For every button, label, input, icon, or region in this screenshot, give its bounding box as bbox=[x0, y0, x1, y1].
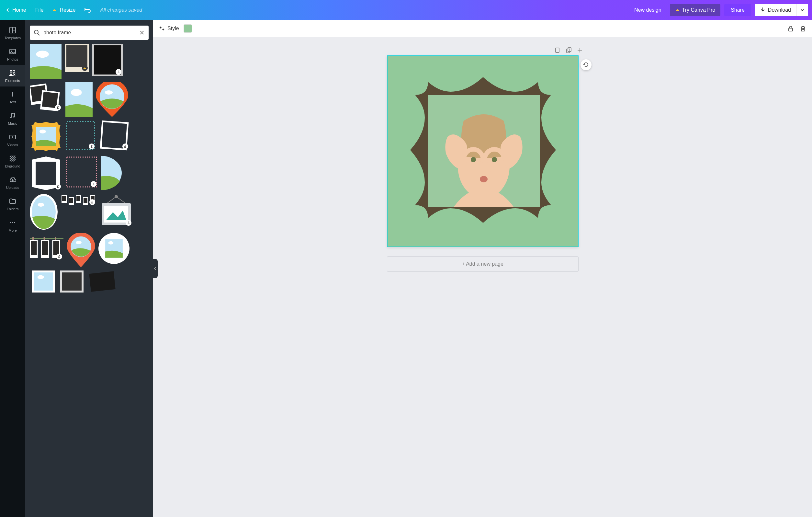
undo-icon bbox=[85, 7, 91, 12]
rail-more[interactable]: More bbox=[0, 215, 25, 236]
frame-tile[interactable] bbox=[101, 156, 122, 190]
uploads-icon bbox=[9, 176, 17, 184]
download-button[interactable]: Download bbox=[755, 4, 796, 16]
rail-folders[interactable]: Folders bbox=[0, 193, 25, 215]
folders-icon bbox=[9, 197, 17, 205]
file-menu[interactable]: File bbox=[35, 7, 44, 13]
svg-point-12 bbox=[14, 222, 15, 223]
download-group: Download bbox=[755, 4, 808, 16]
try-pro-button[interactable]: Try Canva Pro bbox=[670, 4, 721, 16]
elements-panel: ✕ £££££££££ bbox=[25, 20, 153, 517]
photos-icon bbox=[9, 48, 17, 55]
clear-search-button[interactable]: ✕ bbox=[139, 29, 145, 36]
frame-tile[interactable]: £ bbox=[65, 120, 96, 151]
try-pro-label: Try Canva Pro bbox=[682, 7, 716, 13]
frame-tile[interactable]: £ bbox=[92, 44, 123, 76]
share-button[interactable]: Share bbox=[724, 4, 751, 16]
style-button[interactable]: Style bbox=[159, 26, 179, 31]
refresh-icon bbox=[583, 62, 589, 68]
duplicate-page-icon[interactable] bbox=[566, 47, 572, 53]
download-dropdown[interactable] bbox=[796, 4, 808, 16]
home-label: Home bbox=[12, 7, 26, 13]
canvas-page[interactable] bbox=[387, 55, 579, 247]
resize-button[interactable]: Resize bbox=[53, 7, 76, 13]
frame-tile[interactable] bbox=[60, 271, 84, 293]
svg-rect-45 bbox=[84, 198, 87, 203]
frame-tile[interactable]: £ bbox=[30, 233, 63, 261]
search-input[interactable] bbox=[44, 30, 136, 36]
rail-uploads[interactable]: Uploads bbox=[0, 172, 25, 193]
pro-badge bbox=[82, 65, 88, 71]
rail-templates[interactable]: Templates bbox=[0, 22, 25, 44]
svg-point-10 bbox=[10, 222, 11, 223]
sparkle-icon bbox=[159, 26, 165, 31]
trash-icon[interactable] bbox=[800, 25, 806, 32]
elements-grid: £££££££££ bbox=[30, 44, 149, 293]
frame-tile[interactable]: £ bbox=[99, 120, 129, 151]
svg-rect-73 bbox=[89, 271, 115, 292]
rail-music[interactable]: Music bbox=[0, 108, 25, 129]
svg-rect-6 bbox=[13, 70, 15, 72]
add-page-button[interactable]: + Add a new page bbox=[387, 256, 579, 272]
copy-page-icon[interactable] bbox=[555, 47, 561, 53]
price-badge: £ bbox=[56, 254, 62, 260]
download-icon bbox=[760, 7, 765, 12]
frame-tile[interactable]: £ bbox=[65, 156, 98, 188]
rail-photos[interactable]: Photos bbox=[0, 44, 25, 65]
main-area: Templates Photos Elements Text Music Vid… bbox=[0, 20, 812, 517]
remix-button[interactable] bbox=[581, 59, 591, 70]
chevron-left-icon bbox=[6, 8, 10, 12]
context-toolbar: Style bbox=[153, 20, 812, 37]
frame-tile[interactable] bbox=[98, 233, 129, 264]
elements-grid-scroll[interactable]: £££££££££ bbox=[30, 44, 149, 511]
svg-point-86 bbox=[480, 176, 488, 182]
svg-rect-57 bbox=[44, 237, 45, 240]
frame-tile[interactable] bbox=[65, 44, 89, 72]
frame-tile[interactable] bbox=[96, 82, 128, 117]
page-tools bbox=[382, 47, 583, 53]
svg-point-84 bbox=[471, 157, 476, 162]
svg-point-26 bbox=[71, 89, 82, 96]
svg-rect-3 bbox=[10, 49, 16, 54]
canvas-viewport[interactable]: + Add a new page bbox=[153, 37, 812, 517]
svg-rect-18 bbox=[66, 45, 87, 67]
rail-videos[interactable]: Videos bbox=[0, 129, 25, 151]
frame-tile[interactable] bbox=[65, 82, 93, 117]
svg-rect-52 bbox=[104, 206, 128, 222]
rail-elements[interactable]: Elements bbox=[0, 65, 25, 86]
svg-line-14 bbox=[38, 34, 39, 35]
crown-icon bbox=[53, 8, 57, 12]
home-button[interactable]: Home bbox=[6, 7, 26, 13]
templates-icon bbox=[9, 26, 17, 34]
frame-tile[interactable] bbox=[67, 233, 95, 267]
rail-text[interactable]: Text bbox=[0, 86, 25, 108]
frame-tile[interactable]: £ bbox=[100, 194, 133, 227]
new-design-button[interactable]: New design bbox=[630, 4, 666, 16]
lock-icon[interactable] bbox=[787, 25, 794, 32]
videos-icon bbox=[9, 133, 17, 141]
music-icon bbox=[9, 112, 17, 119]
rail-background[interactable]: Bkground bbox=[0, 151, 25, 172]
frame-tile[interactable]: £ bbox=[30, 156, 62, 191]
color-swatch[interactable] bbox=[183, 24, 192, 33]
svg-rect-59 bbox=[42, 241, 48, 255]
frame-tile[interactable] bbox=[30, 194, 58, 230]
photo-in-frame[interactable] bbox=[428, 95, 540, 207]
undo-button[interactable] bbox=[85, 7, 91, 12]
svg-point-85 bbox=[492, 157, 497, 162]
svg-rect-54 bbox=[32, 237, 34, 240]
svg-point-8 bbox=[13, 116, 14, 117]
svg-point-67 bbox=[108, 241, 113, 245]
svg-point-64 bbox=[76, 241, 82, 244]
frame-tile[interactable] bbox=[30, 120, 62, 153]
svg-point-7 bbox=[10, 117, 11, 118]
add-page-icon[interactable] bbox=[577, 47, 583, 53]
price-badge: £ bbox=[55, 105, 61, 110]
frame-tile[interactable] bbox=[87, 271, 118, 293]
frame-tile[interactable]: £ bbox=[30, 82, 62, 112]
frame-tile[interactable] bbox=[30, 271, 57, 293]
frame-tile[interactable]: £ bbox=[61, 194, 96, 206]
svg-line-49 bbox=[106, 197, 116, 204]
context-right bbox=[787, 25, 806, 32]
frame-tile[interactable] bbox=[30, 44, 61, 79]
